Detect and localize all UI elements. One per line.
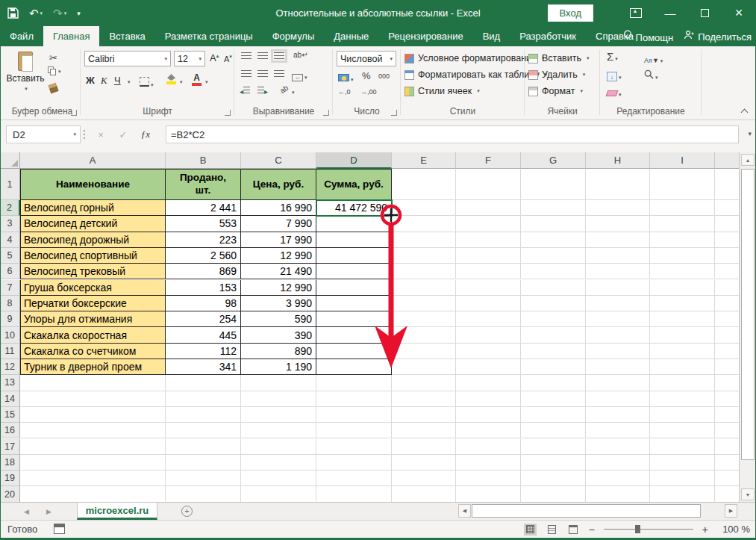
- cell-F2[interactable]: [456, 200, 521, 216]
- cell-C14[interactable]: [241, 391, 316, 407]
- cell-B15[interactable]: [166, 407, 241, 423]
- scroll-down-button[interactable]: ▼: [741, 488, 755, 500]
- bold-button[interactable]: Ж: [86, 75, 95, 86]
- clipboard-dialog-launcher[interactable]: [71, 110, 77, 116]
- cell-H9[interactable]: [586, 311, 650, 327]
- merge-center-button[interactable]: ↔▾: [292, 69, 307, 82]
- orientation-button[interactable]: ab: [278, 84, 290, 95]
- cell-X18[interactable]: [715, 455, 739, 471]
- row-header-7[interactable]: 7: [0, 280, 20, 296]
- cell-D17[interactable]: [316, 439, 392, 455]
- paste-button[interactable]: Вставить ▾: [7, 48, 43, 92]
- cell-H10[interactable]: [586, 327, 650, 343]
- cell-B9[interactable]: 254: [166, 311, 241, 327]
- cell-G11[interactable]: [521, 344, 586, 359]
- cell-E10[interactable]: [392, 327, 456, 343]
- cell-I13[interactable]: [650, 375, 715, 391]
- cell-C15[interactable]: [241, 407, 316, 423]
- cell-F15[interactable]: [456, 407, 521, 423]
- cell-X7[interactable]: [715, 280, 739, 296]
- cell-B5[interactable]: 2 560: [166, 248, 241, 264]
- font-name-combo[interactable]: Calibri▾: [84, 51, 171, 66]
- zoom-slider[interactable]: [604, 529, 693, 530]
- cell-I7[interactable]: [650, 280, 715, 296]
- ribbon-tab-формулы[interactable]: Формулы: [263, 26, 325, 46]
- prev-sheet-button[interactable]: ◀: [24, 503, 29, 520]
- cell-I14[interactable]: [650, 391, 715, 407]
- helper-button[interactable]: Помощн: [623, 30, 674, 43]
- cell-B13[interactable]: [166, 375, 241, 391]
- row-header-9[interactable]: 9: [0, 311, 20, 327]
- cell-H14[interactable]: [586, 391, 650, 407]
- cell-A15[interactable]: [20, 407, 166, 423]
- cell-C19[interactable]: [241, 471, 316, 486]
- cell-D11[interactable]: [316, 344, 392, 359]
- decrease-indent-button[interactable]: ◂: [240, 87, 250, 96]
- cell-X11[interactable]: [715, 344, 739, 359]
- cell-C10[interactable]: 390: [241, 327, 316, 343]
- cell-H12[interactable]: [586, 359, 650, 375]
- cell-H5[interactable]: [586, 248, 650, 264]
- cell-C11[interactable]: 890: [241, 344, 316, 359]
- row-header-17[interactable]: 17: [0, 439, 20, 455]
- cell-I2[interactable]: [650, 200, 715, 216]
- styles-item-0[interactable]: Условное форматирование▾: [404, 50, 547, 66]
- cell-C20[interactable]: [241, 486, 316, 502]
- column-header-H[interactable]: H: [586, 152, 650, 169]
- cell-I8[interactable]: [650, 296, 715, 311]
- cell-H11[interactable]: [586, 344, 650, 359]
- cell-C17[interactable]: [241, 439, 316, 455]
- cell-F3[interactable]: [456, 216, 521, 232]
- cell-X17[interactable]: [715, 439, 739, 455]
- cell-H19[interactable]: [586, 471, 650, 486]
- cell-H1[interactable]: [586, 169, 650, 200]
- cell-F16[interactable]: [456, 423, 521, 438]
- cell-B6[interactable]: 869: [166, 264, 241, 279]
- cell-G5[interactable]: [521, 248, 586, 264]
- cell-A7[interactable]: Груша боксерская: [20, 280, 166, 296]
- sort-filter-button[interactable]: Ая▼▾: [644, 52, 663, 66]
- row-header-3[interactable]: 3: [0, 216, 20, 232]
- cell-H17[interactable]: [586, 439, 650, 455]
- row-header-2[interactable]: 2: [0, 200, 20, 216]
- cell-B7[interactable]: 153: [166, 280, 241, 296]
- cell-H6[interactable]: [586, 264, 650, 279]
- cell-D9[interactable]: [316, 311, 392, 327]
- cell-I11[interactable]: [650, 344, 715, 359]
- cell-X5[interactable]: [715, 248, 739, 264]
- cell-F13[interactable]: [456, 375, 521, 391]
- row-header-20[interactable]: 20: [0, 486, 20, 502]
- ribbon-tab-разработчик[interactable]: Разработчик: [510, 26, 586, 46]
- cell-A6[interactable]: Велосипед трековый: [20, 264, 166, 279]
- cell-H15[interactable]: [586, 407, 650, 423]
- cell-X14[interactable]: [715, 391, 739, 407]
- align-left-button[interactable]: [241, 70, 252, 78]
- accounting-format-button[interactable]: ▾: [338, 71, 354, 84]
- format-painter-button[interactable]: [49, 82, 57, 96]
- cell-F5[interactable]: [456, 248, 521, 264]
- cell-F18[interactable]: [456, 455, 521, 471]
- cell-G18[interactable]: [521, 455, 586, 471]
- cell-D5[interactable]: [316, 248, 392, 264]
- zoom-out-button[interactable]: −: [589, 524, 595, 536]
- orientation-dropdown[interactable]: ▾: [292, 90, 295, 96]
- cell-A20[interactable]: [20, 486, 166, 502]
- cell-G9[interactable]: [521, 311, 586, 327]
- cell-I19[interactable]: [650, 471, 715, 486]
- cell-X10[interactable]: [715, 327, 739, 343]
- cell-F20[interactable]: [456, 486, 521, 502]
- cell-D15[interactable]: [316, 407, 392, 423]
- row-header-10[interactable]: 10: [0, 327, 20, 343]
- cell-A16[interactable]: [20, 423, 166, 438]
- cut-button[interactable]: ✂: [49, 51, 57, 64]
- row-header-13[interactable]: 13: [0, 375, 20, 391]
- cell-C5[interactable]: 12 990: [241, 248, 316, 264]
- cell-I15[interactable]: [650, 407, 715, 423]
- cell-B4[interactable]: 223: [166, 232, 241, 248]
- cell-D6[interactable]: [316, 264, 392, 279]
- cell-H7[interactable]: [586, 280, 650, 296]
- cell-A17[interactable]: [20, 439, 166, 455]
- column-header-D[interactable]: D: [316, 152, 392, 169]
- cell-G15[interactable]: [521, 407, 586, 423]
- scroll-left-button[interactable]: ◀: [458, 504, 471, 518]
